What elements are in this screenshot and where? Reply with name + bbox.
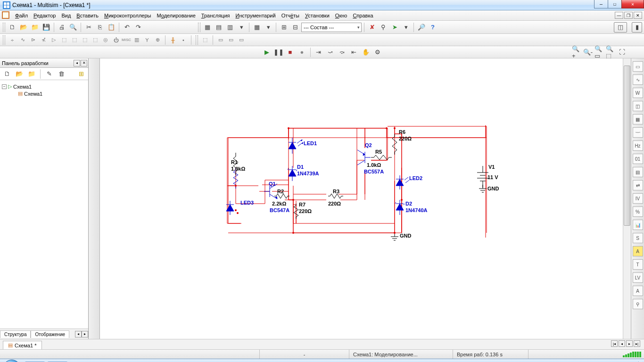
- ref-R5[interactable]: R5: [375, 149, 382, 155]
- instr-distortion-icon[interactable]: %: [633, 206, 643, 217]
- instr-iv-icon[interactable]: IV: [633, 193, 643, 204]
- menu-window[interactable]: Окно: [332, 12, 350, 19]
- menu-transfer[interactable]: Трансляция: [198, 12, 233, 19]
- val-R7[interactable]: 220Ω: [299, 208, 312, 214]
- instr-logicconv-icon[interactable]: ⇄: [633, 180, 643, 190]
- step4-button[interactable]: ⇤: [349, 47, 359, 58]
- toggle1-button[interactable]: ◫: [614, 22, 627, 33]
- tab-display[interactable]: Отображение: [31, 330, 69, 338]
- place-indicator-icon[interactable]: ◎: [101, 36, 110, 44]
- sub2-icon[interactable]: ▭: [227, 36, 235, 44]
- menu-install[interactable]: Установки: [302, 12, 332, 19]
- probe3-button[interactable]: ➤: [389, 22, 400, 33]
- ref-R3[interactable]: R3: [333, 189, 339, 194]
- place-conn-icon[interactable]: ⊕: [153, 36, 162, 44]
- zoom-area-button[interactable]: 🔍▭: [594, 47, 604, 58]
- mdi-close-button[interactable]: ✕: [634, 12, 642, 19]
- fullscreen-button[interactable]: ⛶: [617, 47, 627, 58]
- grip-icon[interactable]: [3, 35, 5, 45]
- ref-LED2[interactable]: LED2: [409, 175, 422, 181]
- menu-insert[interactable]: Вставить: [74, 12, 101, 19]
- mdi-minimize-button[interactable]: —: [615, 12, 623, 19]
- scrollbar-vertical[interactable]: [623, 58, 631, 339]
- place-misc-icon[interactable]: ⬚: [81, 36, 89, 44]
- redo-button[interactable]: ↷: [133, 22, 143, 33]
- pause-button[interactable]: ❚❚: [273, 47, 284, 58]
- grid-button[interactable]: ▤: [214, 22, 224, 33]
- save-button[interactable]: 💾: [41, 22, 51, 33]
- place-misc2-icon[interactable]: MISC: [122, 36, 131, 44]
- place-resistor-icon[interactable]: ∿: [18, 36, 27, 44]
- panel-save-button[interactable]: 📁: [26, 69, 37, 79]
- instr-bode-icon[interactable]: 〰: [633, 127, 643, 138]
- instr-freq-icon[interactable]: Hz: [633, 140, 643, 151]
- grip-icon[interactable]: [196, 35, 198, 45]
- step-button[interactable]: ⇥: [314, 47, 324, 58]
- sheet-button[interactable]: ▦: [202, 22, 213, 33]
- menu-mcu[interactable]: Микроконтроллеры: [101, 12, 154, 19]
- model-Q1[interactable]: BC547A: [270, 207, 289, 213]
- paste-button[interactable]: 📋: [106, 22, 116, 33]
- minimize-button[interactable]: [594, 0, 608, 8]
- instr-wattmeter-icon[interactable]: W: [633, 88, 643, 98]
- run-button[interactable]: ▶: [262, 47, 272, 58]
- place-opamp-icon[interactable]: ▷: [50, 36, 58, 44]
- menu-view[interactable]: Вид: [58, 12, 74, 19]
- document-tab[interactable]: ▤ Схема1 *: [3, 341, 42, 349]
- step5-button[interactable]: ✋: [361, 47, 371, 58]
- toggle2-button[interactable]: ▮: [632, 22, 642, 33]
- ref-R2[interactable]: R2: [277, 189, 284, 194]
- menu-reports[interactable]: Отчёты: [279, 12, 302, 19]
- ref-LED1[interactable]: LED1: [304, 140, 317, 146]
- find-button[interactable]: 🔎: [416, 22, 427, 33]
- record-button[interactable]: ●: [297, 47, 307, 58]
- start-button[interactable]: [3, 360, 21, 362]
- place-ground-icon[interactable]: ÷: [8, 36, 17, 44]
- menu-edit[interactable]: Редактор: [31, 12, 58, 19]
- place-rf-icon[interactable]: ▥: [132, 36, 141, 44]
- tab-left-button[interactable]: ◂: [75, 331, 82, 337]
- menu-file[interactable]: Файл: [12, 12, 31, 19]
- instr-tek-icon[interactable]: T: [633, 259, 643, 270]
- panel-edit-button[interactable]: ✎: [44, 69, 54, 79]
- probe-button[interactable]: ✘: [367, 22, 377, 33]
- tab-right-button[interactable]: ▸: [82, 331, 88, 337]
- tab-scroll-end-button[interactable]: ▸|: [634, 340, 640, 347]
- help-button[interactable]: ?: [428, 22, 438, 33]
- ref-LED3[interactable]: LED3: [240, 200, 254, 206]
- instr-current-icon[interactable]: A: [633, 286, 643, 296]
- panel-del-button[interactable]: 🗑: [56, 69, 66, 79]
- model-D2[interactable]: 1N4740A: [405, 207, 427, 213]
- layer-combo[interactable]: --- Состав ---: [301, 23, 362, 32]
- gnd-label-2[interactable]: GND: [400, 233, 411, 239]
- ref-R6[interactable]: R6: [399, 129, 405, 135]
- place-bus-icon[interactable]: ╫: [169, 36, 177, 44]
- close-button[interactable]: [621, 0, 644, 8]
- place-ttl-icon[interactable]: ⬚: [60, 36, 68, 44]
- instr-4ch-scope-icon[interactable]: ▦: [633, 114, 643, 124]
- instr-funcgen-icon[interactable]: ∿: [633, 74, 643, 85]
- tree-root[interactable]: − ▷ Схема1: [2, 83, 86, 90]
- instr-scope-icon[interactable]: ◫: [633, 101, 643, 111]
- instr-spectrum-icon[interactable]: 📊: [633, 220, 643, 230]
- val-R2[interactable]: 2.2kΩ: [272, 201, 286, 206]
- step2-button[interactable]: ⤻: [325, 47, 336, 58]
- menu-instr[interactable]: Инструментарий: [233, 12, 279, 19]
- ref-D2[interactable]: D2: [405, 201, 412, 206]
- print-button[interactable]: 🖨: [57, 22, 67, 33]
- panel-close-button[interactable]: ✕: [81, 60, 87, 66]
- panel-add-button[interactable]: ⊞: [76, 69, 86, 79]
- ref-R1[interactable]: R1: [231, 159, 238, 165]
- zoom-out-button[interactable]: 🔍-: [583, 47, 593, 58]
- design-tree[interactable]: − ▷ Схема1 ▤ Схема1: [0, 80, 88, 329]
- sub3-icon[interactable]: ▭: [237, 36, 246, 44]
- ref-R7[interactable]: R7: [299, 202, 305, 207]
- drop2-button[interactable]: ▾: [263, 22, 273, 33]
- ref-Q2[interactable]: Q2: [365, 142, 372, 148]
- preview-button[interactable]: 🔍: [68, 22, 78, 33]
- instr-multimeter-icon[interactable]: ▭: [633, 61, 643, 72]
- hier-block-icon[interactable]: ⬚: [201, 36, 209, 44]
- hier2-button[interactable]: ⊟: [290, 22, 300, 33]
- drop-button[interactable]: ▾: [236, 22, 247, 33]
- panel-new-button[interactable]: 🗋: [2, 69, 12, 79]
